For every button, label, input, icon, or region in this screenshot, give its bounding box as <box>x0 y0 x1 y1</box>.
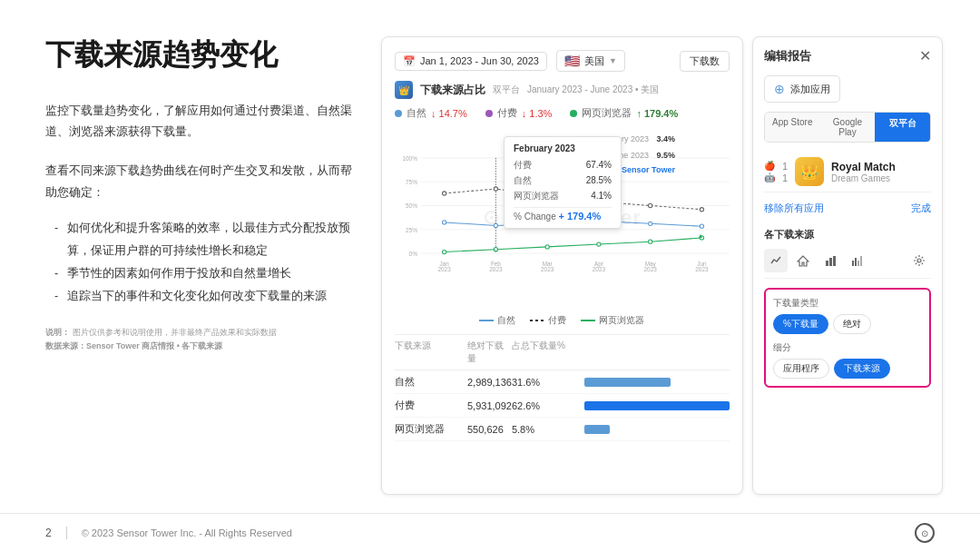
legend-natural: 自然 <box>479 314 515 327</box>
svg-point-30 <box>494 223 497 227</box>
svg-rect-47 <box>855 258 857 266</box>
footnote-area: 说明： 图片仅供参考和说明使用，并非最终产品效果和实际数据 数据来源：Senso… <box>45 308 354 352</box>
type-btn-percent[interactable]: %下载量 <box>773 314 828 334</box>
icon-tab-compare[interactable] <box>846 249 869 272</box>
app-info: Royal Match Dream Games <box>831 161 931 183</box>
country-select-button[interactable]: 🇺🇸 美国 ▼ <box>556 50 625 72</box>
td-natural-bar <box>584 378 671 387</box>
chart-legend: 自然 付费 网页浏览器 <box>395 314 730 327</box>
svg-point-39 <box>649 240 652 243</box>
icon-tab-settings[interactable] <box>907 249 931 272</box>
th-bar <box>584 340 730 365</box>
close-button[interactable]: ✕ <box>919 49 931 64</box>
svg-text:2023: 2023 <box>438 266 452 272</box>
table-row-browser: 网页浏览器 550,626 5.8% <box>395 418 730 441</box>
source-section-title: 各下载来源 <box>764 228 931 242</box>
svg-point-37 <box>545 245 549 249</box>
icon-tabs <box>764 249 931 279</box>
app-crown-icon: 👑 <box>800 163 818 181</box>
td-natural-source: 自然 <box>395 375 467 389</box>
td-browser-absolute: 550,626 <box>467 424 512 435</box>
natural-change: ↓ 14.7% <box>431 108 467 119</box>
browser-dot <box>570 110 577 117</box>
remove-all-button[interactable]: 移除所有应用 <box>764 200 824 217</box>
td-natural-bar-container <box>584 378 730 387</box>
tooltip-natural-val: 28.5% <box>586 172 612 188</box>
tooltip-title: February 2023 <box>514 143 612 153</box>
metric-browser: 网页浏览器 ↑ 179.4% <box>570 106 678 120</box>
chart-container: 📅 Jan 1, 2023 - Jun 30, 2023 🇺🇸 美国 ▼ 下载数… <box>381 36 743 495</box>
tab-google-play[interactable]: Google Play <box>820 113 876 142</box>
svg-point-29 <box>443 221 446 224</box>
gran-btn-app[interactable]: 应用程序 <box>773 359 829 379</box>
paid-dot <box>485 110 493 117</box>
tab-app-store-label: App Store <box>772 117 812 127</box>
gran-btn-source[interactable]: 下载来源 <box>834 359 890 379</box>
browser-label: 网页浏览器 <box>582 106 632 120</box>
type-buttons: %下载量 绝对 <box>773 314 922 334</box>
tab-dual-platform[interactable]: 双平台 <box>875 113 930 142</box>
svg-rect-44 <box>829 258 832 266</box>
sidebar-title: 编辑报告 <box>764 48 811 64</box>
date-range-button[interactable]: 📅 Jan 1, 2023 - Jun 30, 2023 <box>395 52 547 71</box>
rank-numbers: 1 1 <box>782 161 788 183</box>
plus-icon: ⊕ <box>774 82 785 96</box>
td-paid-percent: 62.6% <box>512 400 584 411</box>
footer-page-number: 2 <box>45 527 52 539</box>
table-row-paid: 付费 5,931,092 62.6% <box>395 394 730 418</box>
chart-toolbar: 📅 Jan 1, 2023 - Jun 30, 2023 🇺🇸 美国 ▼ 下载数 <box>395 50 730 72</box>
svg-text:100%: 100% <box>403 155 418 162</box>
tooltip-row-natural: 自然 28.5% <box>514 172 612 188</box>
tab-dual-label: 双平台 <box>889 118 916 128</box>
metric-button[interactable]: 下载数 <box>680 51 730 72</box>
app-icon-large: 👑 <box>795 157 824 186</box>
download-type-label: 下载量类型 <box>773 297 922 310</box>
bullet-item-1: 如何优化和提升客策略的效率，以最佳方式分配投放预算，保证用户群的可持续性增长和稳… <box>54 217 354 262</box>
tab-app-store[interactable]: App Store <box>765 113 820 142</box>
chart-title: 下载来源占比 <box>420 83 485 98</box>
svg-point-33 <box>649 222 652 225</box>
type-btn-absolute[interactable]: 绝对 <box>833 314 871 334</box>
td-paid-bar <box>584 401 730 410</box>
chart-subtitle: January 2023 - June 2023 • 美国 <box>527 84 659 96</box>
chart-title-suffix: 双平台 <box>493 84 520 96</box>
td-paid-bar-container <box>584 401 730 410</box>
icon-tab-home[interactable] <box>791 249 815 272</box>
svg-text:25%: 25% <box>406 227 417 233</box>
icon-tab-trend[interactable] <box>764 249 788 272</box>
tooltip-change-row: % Change + 179.4% <box>514 207 612 222</box>
browser-change: ↑ 179.4% <box>636 108 678 119</box>
td-browser-percent: 5.8% <box>512 424 584 435</box>
svg-rect-45 <box>833 256 836 266</box>
svg-point-35 <box>443 250 446 253</box>
complete-button[interactable]: 完成 <box>911 200 931 217</box>
svg-text:0%: 0% <box>409 251 418 257</box>
rank-1: 1 <box>782 161 788 172</box>
tooltip-row-browser: 网页浏览器 4.1% <box>514 188 612 203</box>
svg-point-23 <box>443 192 446 195</box>
left-panel: 下载来源趋势变化 监控下载量趋势变化，了解应用如何通过付费渠道、自然渠道、浏览器… <box>45 36 354 495</box>
footnote-source: 数据来源：Sensor Tower 商店情报 • 各下载来源 <box>45 341 223 350</box>
tooltip-paid-key: 付费 <box>514 157 532 172</box>
table-row-natural: 自然 2,989,136 31.6% <box>395 370 730 394</box>
app-rank: 🍎 🤖 <box>764 161 775 182</box>
app-icon-emoji: 👑 <box>398 85 409 95</box>
sensor-label: Sensor Tower <box>622 165 675 174</box>
td-browser-source: 网页浏览器 <box>395 422 467 436</box>
svg-point-28 <box>700 208 703 212</box>
svg-marker-42 <box>798 256 808 266</box>
td-natural-absolute: 2,989,136 <box>467 377 512 388</box>
icon-tab-bar[interactable] <box>818 249 842 272</box>
page-title: 下载来源趋势变化 <box>45 36 354 74</box>
legend-browser: 网页浏览器 <box>581 314 644 327</box>
svg-text:2023: 2023 <box>644 266 658 272</box>
legend-browser-line <box>581 320 595 321</box>
legend-paid: 付费 <box>530 314 566 327</box>
add-app-button[interactable]: ⊕ 添加应用 <box>764 75 840 103</box>
app-name: Royal Match <box>831 161 931 173</box>
footer-divider <box>66 527 67 539</box>
android-icon: 🤖 <box>764 172 775 182</box>
legend-paid-line <box>530 320 544 321</box>
footer: 2 © 2023 Sensor Tower Inc. - All Rights … <box>0 513 980 552</box>
svg-point-24 <box>494 187 497 191</box>
